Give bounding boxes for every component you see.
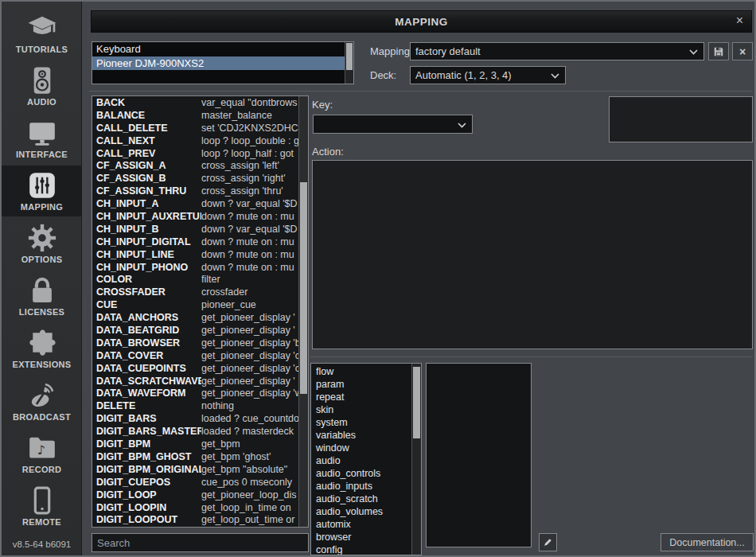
- mapping-row[interactable]: DIGIT_BPM_GHOST get_bpm 'ghost': [92, 451, 298, 464]
- scrollbar-thumb[interactable]: [413, 367, 420, 438]
- mapping-row[interactable]: CF_ASSIGN_THRU cross_assign 'thru': [92, 185, 298, 198]
- sidebar-item-options[interactable]: OPTIONS: [2, 218, 82, 269]
- device-list-scrollbar[interactable]: [345, 42, 353, 84]
- mapping-action: get_pioneer_display ': [201, 376, 298, 388]
- mapping-row[interactable]: CF_ASSIGN_B cross_assign 'right': [92, 173, 298, 185]
- mapping-row[interactable]: DATA_COVER get_pioneer_display 'c: [92, 350, 298, 363]
- mapping-key: DIGIT_BARS_MASTER: [92, 426, 201, 438]
- category-item[interactable]: audio: [311, 454, 411, 467]
- mapping-row[interactable]: CALL_PREV loop ? loop_half : got: [92, 148, 298, 161]
- mapping-key: BALANCE: [92, 110, 201, 123]
- mapping-list-scrollbar[interactable]: [298, 96, 308, 527]
- mapping-action: cross_assign 'left': [201, 160, 298, 173]
- mapping-row[interactable]: CUE pioneer_cue: [92, 299, 298, 312]
- sidebar-item-licenses[interactable]: LICENSES: [2, 271, 82, 321]
- category-rows: flow param repeat skin system: [311, 365, 411, 555]
- category-item[interactable]: repeat: [311, 391, 411, 403]
- scrollbar-thumb[interactable]: [346, 43, 353, 70]
- mapping-row[interactable]: BALANCE master_balance: [92, 110, 298, 123]
- deck-select[interactable]: Automatic (1, 2, 3, 4): [410, 66, 566, 84]
- category-item[interactable]: config: [311, 543, 411, 555]
- mapping-row[interactable]: BACK var_equal "dontbrows: [92, 97, 298, 110]
- mapping-row[interactable]: DIGIT_BPM get_bpm: [92, 438, 298, 451]
- mapping-row[interactable]: DIGIT_LOOP get_pioneer_loop_dis: [92, 489, 298, 502]
- mapping-row[interactable]: CROSSFADER crossfader: [92, 286, 298, 299]
- mapping-row[interactable]: DATA_CUEPOINTS get_pioneer_display 'c: [92, 363, 298, 376]
- satellite-icon: [27, 380, 57, 411]
- mapping-key: DATA_WAVEFORM: [92, 388, 201, 400]
- mapping-row[interactable]: CALL_DELETE set 'CDJ2KNXS2DHC: [92, 123, 298, 135]
- chevron-down-icon: [551, 73, 559, 79]
- category-item[interactable]: audio_scratch: [311, 493, 411, 505]
- close-icon[interactable]: ×: [736, 14, 743, 28]
- device-row[interactable]: Keyboard: [92, 42, 345, 56]
- search-input[interactable]: [92, 533, 309, 552]
- category-item[interactable]: audio_inputs: [311, 480, 411, 493]
- device-row[interactable]: Pioneer DJM-900NXS2: [92, 56, 345, 71]
- mapping-row[interactable]: CH_INPUT_PHONO down ? mute on : mu: [92, 262, 298, 275]
- mapping-row[interactable]: DATA_BEATGRID get_pioneer_display ': [92, 325, 298, 337]
- mapping-row[interactable]: DIGIT_LOOPIN get_loop_in_time on: [92, 502, 298, 515]
- category-item[interactable]: variables: [311, 429, 411, 442]
- mapping-row[interactable]: CH_INPUT_AUXRETURN down ? mute on : mu: [92, 211, 298, 224]
- category-item[interactable]: automix: [311, 518, 411, 531]
- mapping-row[interactable]: DATA_SCRATCHWAVE get_pioneer_display ': [92, 376, 298, 388]
- key-select[interactable]: [313, 115, 473, 134]
- mapping-row[interactable]: DIGIT_BARS_MASTER loaded ? masterdeck: [92, 426, 298, 438]
- mapping-key: BACK: [92, 97, 201, 110]
- category-label: browser: [316, 532, 351, 543]
- mapping-row[interactable]: CH_INPUT_B down ? var_equal '$D: [92, 224, 298, 236]
- action-category-list: flow param repeat skin system: [310, 363, 422, 555]
- mapping-key: DIGIT_LOOPOUT: [92, 514, 201, 527]
- sidebar-item-audio[interactable]: AUDIO: [2, 60, 82, 111]
- save-mapping-button[interactable]: [708, 42, 729, 60]
- documentation-button[interactable]: Documentation...: [661, 533, 754, 551]
- category-label: repeat: [316, 391, 344, 403]
- mapping-row[interactable]: DATA_BROWSER get_pioneer_display 'b: [92, 337, 298, 350]
- mapping-action: master_balance: [201, 110, 298, 123]
- mapping-row[interactable]: DIGIT_CUEPOS cue_pos 0 mseconly: [92, 477, 298, 489]
- sidebar-item-record[interactable]: ♪ RECORD: [2, 428, 82, 479]
- category-list-scrollbar[interactable]: [411, 364, 421, 555]
- category-item[interactable]: window: [311, 442, 411, 454]
- sidebar-item-label: BROADCAST: [2, 412, 82, 422]
- sidebar-item-interface[interactable]: INTERFACE: [2, 113, 82, 164]
- mapping-row[interactable]: CH_INPUT_LINE down ? mute on : mu: [92, 249, 298, 262]
- category-item[interactable]: audio_volumes: [311, 505, 411, 518]
- sidebar-item-broadcast[interactable]: BROADCAST: [2, 376, 82, 427]
- sidebar-item-remote[interactable]: REMOTE: [2, 481, 82, 532]
- action-editor[interactable]: [312, 160, 753, 349]
- mapping-row[interactable]: DATA_WAVEFORM get_pioneer_display 'w: [92, 388, 298, 400]
- sidebar-item-mapping[interactable]: MAPPING: [2, 166, 82, 216]
- mapping-action: cross_assign 'thru': [201, 185, 298, 198]
- mapping-row[interactable]: CH_INPUT_A down ? var_equal '$D: [92, 198, 298, 211]
- category-item[interactable]: skin: [311, 403, 411, 416]
- mapping-row[interactable]: DIGIT_BARS loaded ? cue_countdo: [92, 413, 298, 426]
- mapping-row[interactable]: CALL_NEXT loop ? loop_double : g: [92, 135, 298, 148]
- mapping-row[interactable]: CH_INPUT_DIGITAL down ? mute on : mu: [92, 236, 298, 249]
- category-item[interactable]: audio_controls: [311, 467, 411, 480]
- category-item[interactable]: browser: [311, 531, 411, 543]
- category-item[interactable]: flow: [311, 365, 411, 378]
- mapping-row[interactable]: DIGIT_LOOPOUT get_loop_out_time or: [92, 514, 298, 527]
- category-item[interactable]: param: [311, 378, 411, 391]
- mapping-select[interactable]: factory default: [410, 42, 704, 60]
- mapping-key: CF_ASSIGN_B: [92, 173, 201, 185]
- mapping-action: get_bpm "absolute": [201, 464, 298, 477]
- edit-button[interactable]: [539, 533, 557, 551]
- sidebar-item-extensions[interactable]: EXTENSIONS: [2, 323, 82, 374]
- sidebar-item-label: AUDIO: [2, 97, 82, 107]
- mapping-row[interactable]: CF_ASSIGN_A cross_assign 'left': [92, 160, 298, 173]
- category-item[interactable]: system: [311, 416, 411, 429]
- mapping-row[interactable]: DIGIT_BPM_ORIGINAL get_bpm "absolute": [92, 464, 298, 477]
- key-preview-panel: [609, 96, 753, 142]
- mapping-row[interactable]: DELETE nothing: [92, 400, 298, 413]
- mapping-rows: BACK var_equal "dontbrows BALANCE master…: [92, 97, 298, 527]
- scrollbar-thumb[interactable]: [300, 182, 307, 394]
- mapping-key: CALL_PREV: [92, 148, 201, 161]
- mapping-action: loaded ? masterdeck: [201, 426, 298, 438]
- mapping-row[interactable]: DATA_ANCHORS get_pioneer_display ': [92, 312, 298, 325]
- sidebar-item-tutorials[interactable]: TUTORIALS: [2, 8, 82, 59]
- delete-mapping-button[interactable]: ×: [732, 42, 753, 60]
- mapping-row[interactable]: COLOR filter: [92, 274, 298, 286]
